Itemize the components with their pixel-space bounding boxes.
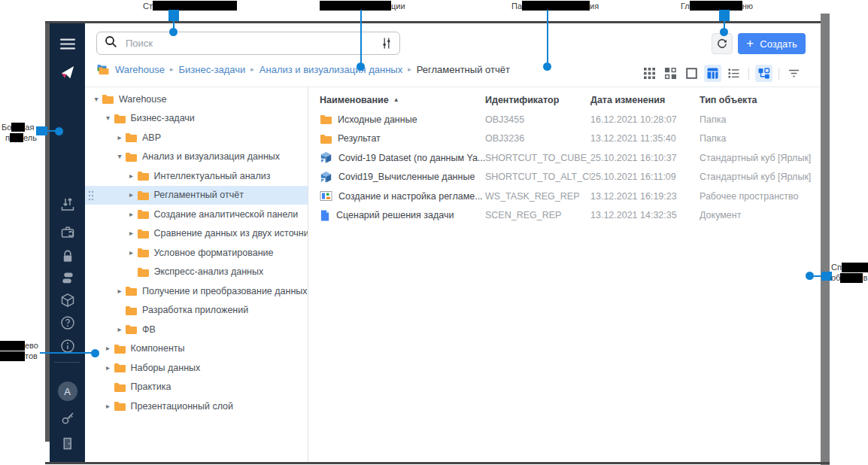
view-grid-large-icon[interactable] — [641, 65, 658, 82]
breadcrumb-link-0[interactable]: Warehouse — [115, 64, 165, 75]
document-icon — [320, 209, 330, 222]
tasks-sync-icon[interactable] — [58, 223, 77, 242]
expander-right-icon[interactable]: ▸ — [114, 287, 125, 295]
expander-down-icon[interactable]: ▾ — [91, 96, 102, 103]
lock-icon[interactable] — [58, 246, 77, 266]
sidebar-divider — [54, 362, 80, 363]
redaction-box — [840, 273, 863, 283]
view-grid-small-icon[interactable] — [662, 65, 679, 82]
folder-icon — [137, 209, 149, 219]
expander-right-icon[interactable]: ▸ — [126, 191, 137, 199]
view-hierarchy-icon[interactable] — [755, 65, 772, 82]
column-header-name-label: Наименование — [320, 95, 389, 105]
tree-item[interactable]: ▸Сравнение данных из двух источников — [85, 224, 308, 244]
expander-right-icon[interactable]: ▸ — [114, 134, 125, 141]
cell-date: 13.12.2021 14:32:35 — [590, 210, 700, 220]
expander-right-icon[interactable]: ▸ — [103, 345, 114, 352]
tree-item[interactable]: ▸ФВ — [85, 320, 308, 339]
search-bar[interactable] — [96, 32, 400, 55]
redaction-box — [0, 351, 25, 361]
redaction-box — [153, 1, 237, 11]
breadcrumb-current: Регламентный отчёт — [417, 64, 510, 75]
expander-right-icon[interactable]: ▸ — [126, 172, 137, 180]
folder-icon — [320, 134, 332, 144]
tree-item[interactable]: ▸Интеллектуальный анализ — [85, 166, 308, 186]
expander-right-icon[interactable]: ▸ — [126, 211, 137, 218]
user-avatar[interactable]: A — [58, 381, 77, 401]
help-icon[interactable] — [58, 313, 77, 333]
expander-right-icon[interactable]: ▸ — [114, 326, 125, 333]
redaction-box — [842, 263, 868, 272]
callout-stem — [36, 126, 47, 135]
tree-item[interactable]: ▸Получение и преобразование данных — [85, 281, 308, 301]
cube-icon[interactable] — [58, 290, 77, 310]
view-list-icon[interactable] — [725, 65, 742, 82]
tree-item[interactable]: ▸Наборы данных — [85, 358, 308, 378]
cell-date: 13.12.2021 16:19:23 — [590, 191, 700, 202]
expander-right-icon[interactable]: ▸ — [126, 249, 137, 257]
tree-item[interactable]: ▸Компоненты — [85, 339, 308, 359]
tree-item-label: Warehouse — [119, 94, 166, 105]
expander-down-icon[interactable]: ▾ — [114, 153, 125, 160]
filter-icon[interactable] — [785, 65, 803, 82]
cell-name: Результат — [320, 133, 485, 144]
refresh-button[interactable] — [712, 33, 733, 54]
tree-item-label: Практика — [131, 381, 171, 392]
column-header-id[interactable]: Идентификатор — [485, 95, 590, 105]
tree-item-label: Презентационный слой — [131, 401, 234, 412]
create-button[interactable]: + Создать — [738, 33, 806, 54]
tree-item[interactable]: ▸Условное форматирование — [85, 243, 308, 263]
menu-icon[interactable] — [58, 34, 77, 53]
column-header-date[interactable]: Дата изменения — [590, 95, 700, 105]
storage-icon[interactable] — [58, 268, 77, 287]
cell-type: Стандартный куб [Ярлык] — [700, 172, 821, 182]
cell-date: 25.10.2021 16:11:09 — [590, 172, 700, 182]
breadcrumb-link-1[interactable]: Бизнес-задачи — [179, 64, 246, 75]
expander-right-icon[interactable]: ▸ — [126, 229, 137, 237]
breadcrumb-link-2[interactable]: Анализ и визуализация данных — [259, 64, 402, 75]
table-row[interactable]: РезультатOBJ323613.12.2021 11:35:40Папка — [308, 129, 821, 149]
logout-icon[interactable] — [58, 433, 77, 453]
table-row[interactable]: Covid-19 Dataset (по данным Ya...SHORTCU… — [308, 148, 821, 168]
table-row[interactable]: Covid19_Вычисленные данныеSHORTCUT_TO_AL… — [308, 168, 821, 187]
tree-item[interactable]: ▸Создание аналитической панели — [85, 205, 308, 224]
view-single-icon[interactable] — [683, 65, 700, 82]
side-panel: A — [50, 23, 85, 462]
drag-handle-icon[interactable] — [88, 190, 94, 203]
tree-item[interactable]: ▾Warehouse — [85, 90, 308, 109]
tree-item-label: Наборы данных — [131, 363, 201, 373]
expander-right-icon[interactable]: ▸ — [103, 403, 114, 410]
key-icon[interactable] — [58, 409, 77, 428]
expander-down-icon[interactable]: ▾ — [103, 114, 114, 122]
tree-item[interactable]: Разработка приложений — [85, 301, 308, 321]
cube-icon — [320, 151, 332, 164]
user-initial: A — [64, 386, 71, 397]
tree-item-label: Анализ и визуализация данных — [142, 151, 280, 162]
folder-icon — [137, 190, 149, 200]
view-table-icon[interactable] — [704, 65, 721, 82]
tree-item[interactable]: ▾Анализ и визуализация данных — [85, 147, 308, 167]
import-export-icon[interactable] — [58, 195, 77, 214]
view-toolbar — [641, 65, 803, 82]
table-row[interactable]: Создание и настройка регламе...WS_TASK_R… — [308, 187, 821, 206]
tree-item-label: Получение и преобразование данных — [142, 286, 308, 296]
column-header-type[interactable]: Тип объекта — [700, 95, 821, 105]
tree-item[interactable]: ▸АВР — [85, 128, 308, 147]
app-logo-icon[interactable] — [58, 62, 77, 82]
toolbar-divider — [748, 68, 749, 80]
table-row[interactable]: Сценарий решения задачиSCEN_REG_REP13.12… — [308, 206, 821, 226]
column-header-name[interactable]: Наименование ▲ — [320, 95, 485, 105]
redaction-box — [10, 133, 23, 142]
tree-item[interactable]: ▸Регламентный отчёт — [85, 186, 308, 205]
cell-type: Стандартный куб [Ярлык] — [700, 153, 821, 163]
tree-item[interactable]: Практика — [85, 378, 308, 397]
expander-right-icon[interactable]: ▸ — [103, 364, 114, 372]
search-filter-icon[interactable] — [381, 37, 392, 50]
window-right-border — [821, 14, 830, 465]
callout-stem — [821, 272, 832, 281]
tree-item[interactable]: ▾Бизнес-задачи — [85, 109, 308, 129]
search-input[interactable] — [124, 37, 375, 50]
tree-item[interactable]: Экспресс-анализ данных — [85, 263, 308, 282]
tree-item[interactable]: ▸Презентационный слой — [85, 397, 308, 416]
table-row[interactable]: Исходные данныеOBJ345516.12.2021 10:28:0… — [308, 110, 821, 129]
